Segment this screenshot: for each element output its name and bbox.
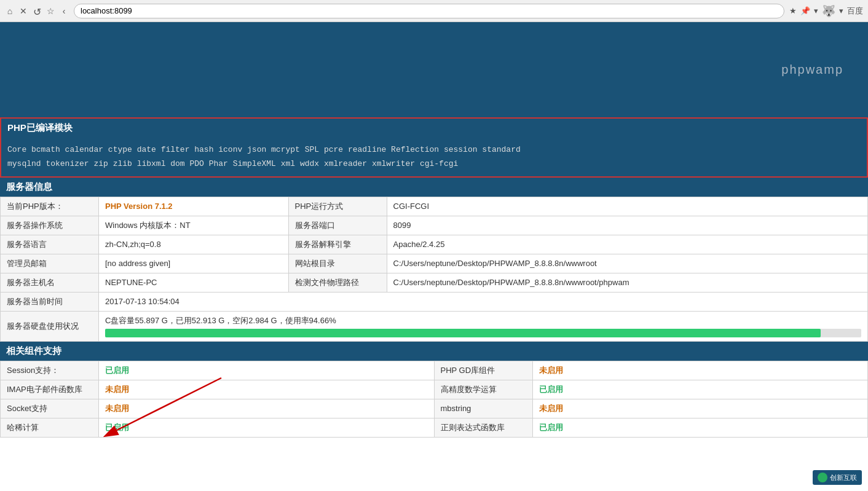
php-version-value: PHP Version 7.1.2 [99, 197, 289, 216]
table-row: 哈稀计算 已启用 正则表达式函数库 已启用 [1, 418, 868, 437]
php-modules-content: Core bcmath calendar ctype date filter h… [1, 138, 867, 176]
dropdown-icon[interactable]: ▾ [839, 6, 843, 15]
math-status: 已启用 [539, 385, 563, 394]
gd-label: PHP GD库组件 [434, 361, 532, 380]
mbstring-status: 未启用 [539, 404, 563, 413]
components-container: Session支持： 已启用 PHP GD库组件 未启用 IMAP电子邮件函数库… [0, 361, 868, 438]
arrow-icon[interactable]: ▾ [814, 6, 818, 15]
filepath-value: C:/Users/neptune/Desktop/PHPWAMP_8.8.8.8… [387, 273, 867, 292]
table-row: IMAP电子邮件函数库 未启用 高精度数学运算 已启用 [1, 380, 868, 399]
regex-label: 正则表达式函数库 [434, 418, 532, 437]
email-label: 管理员邮箱 [1, 254, 99, 273]
disk-bar-container [105, 329, 861, 337]
os-label: 服务器操作系统 [1, 216, 99, 235]
search-engine-label: 百度 [847, 6, 863, 17]
hostname-value: NEPTUNE-PC [99, 273, 289, 292]
table-row: 服务器当前时间 2017-07-13 10:54:04 [1, 292, 868, 311]
close-button[interactable]: ✕ [18, 6, 28, 16]
table-row: 管理员邮箱 [no address given] 网站根目录 C:/Users/… [1, 254, 868, 273]
php-version-label: 当前PHP版本： [1, 197, 99, 216]
php-runtime-value: CGI-FCGI [387, 197, 867, 216]
php-version-text: PHP Version 7.1.2 [105, 202, 173, 211]
components-title: 相关组件支持 [6, 345, 61, 356]
session-label: Session支持： [1, 361, 99, 380]
server-info-header: 服务器信息 [0, 178, 868, 197]
imap-status: 未启用 [105, 385, 129, 394]
gd-value: 未启用 [532, 361, 868, 380]
pin-icon[interactable]: 📌 [800, 6, 810, 15]
home-button[interactable]: ⌂ [5, 6, 15, 16]
table-row: 服务器语言 zh-CN,zh;q=0.8 服务器解释引擎 Apache/2.4.… [1, 235, 868, 254]
php-runtime-label: PHP运行方式 [288, 197, 387, 216]
disk-text: C盘容量55.897 G，已用52.913 G，空闲2.984 G，使用率94.… [105, 315, 861, 326]
regex-value: 已启用 [532, 418, 868, 437]
php-modules-title: PHP已编译模块 [7, 122, 73, 133]
gd-status: 未启用 [539, 366, 563, 375]
star-icon[interactable]: ★ [789, 6, 797, 15]
os-value: Windows 内核版本：NT [99, 216, 289, 235]
webroot-label: 网站根目录 [288, 254, 387, 273]
lang-value: zh-CN,zh;q=0.8 [99, 235, 289, 254]
server-info-title: 服务器信息 [6, 181, 52, 192]
user-icon[interactable]: 🐺 [822, 4, 835, 18]
imap-label: IMAP电子邮件函数库 [1, 380, 99, 399]
browser-right-controls: ★ 📌 ▾ 🐺 ▾ 百度 [789, 4, 863, 18]
table-row: Session支持： 已启用 PHP GD库组件 未启用 [1, 361, 868, 380]
port-value: 8099 [387, 216, 867, 235]
regex-status: 已启用 [539, 423, 563, 432]
engine-value: Apache/2.4.25 [387, 235, 867, 254]
table-row: 当前PHP版本： PHP Version 7.1.2 PHP运行方式 CGI-F… [1, 197, 868, 216]
php-modules-section: PHP已编译模块 Core bcmath calendar ctype date… [0, 117, 868, 178]
disk-usage-row: 服务器硬盘使用状况 C盘容量55.897 G，已用52.913 G，空闲2.98… [1, 311, 868, 341]
components-table: Session支持： 已启用 PHP GD库组件 未启用 IMAP电子邮件函数库… [0, 361, 868, 438]
browser-nav-buttons[interactable]: ⌂ ✕ ↺ ☆ ‹ [5, 6, 69, 16]
socket-label: Socket支持 [1, 399, 99, 418]
bookmark-button[interactable]: ☆ [45, 6, 55, 16]
header-banner: phpwamp [0, 22, 868, 117]
disk-label: 服务器硬盘使用状况 [1, 311, 99, 341]
socket-value: 未启用 [99, 399, 435, 418]
table-row: Socket支持 未启用 mbstring 未启用 [1, 399, 868, 418]
socket-status: 未启用 [105, 404, 129, 413]
imap-value: 未启用 [99, 380, 435, 399]
math-label: 高精度数学运算 [434, 380, 532, 399]
mbstring-label: mbstring [434, 399, 532, 418]
components-header: 相关组件支持 [0, 342, 868, 361]
forward-button[interactable]: ‹ [59, 6, 69, 16]
lang-label: 服务器语言 [1, 235, 99, 254]
port-label: 服务器端口 [288, 216, 387, 235]
hash-status: 已启用 [105, 423, 129, 432]
time-label: 服务器当前时间 [1, 292, 99, 311]
time-value: 2017-07-13 10:54:04 [99, 292, 868, 311]
address-bar[interactable] [74, 4, 784, 18]
math-value: 已启用 [532, 380, 868, 399]
email-value: [no address given] [99, 254, 289, 273]
engine-label: 服务器解释引擎 [288, 235, 387, 254]
app-title: phpwamp [781, 63, 843, 77]
table-row: 服务器主机名 NEPTUNE-PC 检测文件物理路径 C:/Users/nept… [1, 273, 868, 292]
php-modules-line2: mysqlnd tokenizer zip zlib libxml dom PD… [7, 157, 861, 171]
browser-chrome: ⌂ ✕ ↺ ☆ ‹ ★ 📌 ▾ 🐺 ▾ 百度 [0, 0, 868, 22]
mbstring-value: 未启用 [532, 399, 868, 418]
php-modules-line1: Core bcmath calendar ctype date filter h… [7, 143, 861, 157]
disk-bar-fill [105, 329, 821, 337]
webroot-value: C:/Users/neptune/Desktop/PHPWAMP_8.8.8.8… [387, 254, 867, 273]
server-info-table: 当前PHP版本： PHP Version 7.1.2 PHP运行方式 CGI-F… [0, 197, 868, 342]
session-value: 已启用 [99, 361, 435, 380]
disk-value: C盘容量55.897 G，已用52.913 G，空闲2.984 G，使用率94.… [99, 311, 868, 341]
hash-label: 哈稀计算 [1, 418, 99, 437]
filepath-label: 检测文件物理路径 [288, 273, 387, 292]
back-button[interactable]: ↺ [32, 6, 42, 16]
table-row: 服务器操作系统 Windows 内核版本：NT 服务器端口 8099 [1, 216, 868, 235]
php-modules-header: PHP已编译模块 [1, 119, 867, 138]
session-status: 已启用 [105, 366, 129, 375]
page-content: phpwamp PHP已编译模块 Core bcmath calendar ct… [0, 22, 868, 438]
hash-value: 已启用 [99, 418, 435, 437]
hostname-label: 服务器主机名 [1, 273, 99, 292]
